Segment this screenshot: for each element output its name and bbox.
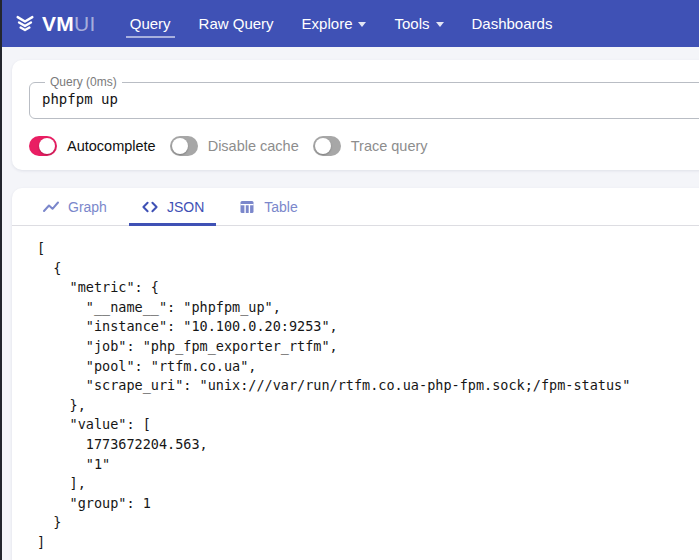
- nav-item-query[interactable]: Query: [122, 0, 179, 47]
- vmui-window: VMUI Query Raw Query Explore Tools Dashb…: [0, 0, 699, 560]
- tab-graph[interactable]: Graph: [30, 188, 119, 225]
- tab-label: Graph: [68, 199, 107, 215]
- query-panel: Query (0ms) Autocomplete Disable cache T…: [12, 60, 699, 170]
- disable-cache-toggle[interactable]: Disable cache: [170, 136, 299, 156]
- switch-off-icon: [313, 136, 341, 156]
- toggle-label: Trace query: [351, 138, 428, 154]
- chevron-down-icon: [436, 22, 444, 27]
- app-header: VMUI Query Raw Query Explore Tools Dashb…: [2, 0, 699, 47]
- vmui-logo[interactable]: VMUI: [14, 12, 96, 36]
- trace-query-toggle[interactable]: Trace query: [313, 136, 428, 156]
- nav-item-explore[interactable]: Explore: [294, 0, 375, 47]
- nav-item-label: Explore: [302, 15, 353, 32]
- autocomplete-toggle[interactable]: Autocomplete: [29, 136, 156, 156]
- nav-item-label: Raw Query: [199, 15, 274, 32]
- tab-label: Table: [264, 199, 297, 215]
- table-icon: [238, 198, 256, 216]
- results-tabbar: Graph JSON: [12, 188, 699, 226]
- victoriametrics-logo-icon: [14, 13, 36, 35]
- results-panel: Graph JSON: [12, 188, 699, 560]
- nav-item-label: Query: [130, 15, 171, 32]
- main-nav: Query Raw Query Explore Tools Dashboards: [116, 0, 567, 47]
- brand-text: VMUI: [42, 12, 96, 36]
- json-output: [ { "metric": { "__name__": "phpfpm_up",…: [12, 226, 699, 560]
- line-chart-icon: [42, 198, 60, 216]
- nav-item-tools[interactable]: Tools: [386, 0, 451, 47]
- toggle-label: Disable cache: [208, 138, 299, 154]
- tab-label: JSON: [167, 199, 204, 215]
- nav-item-dashboards[interactable]: Dashboards: [464, 0, 561, 47]
- tab-json[interactable]: JSON: [129, 188, 216, 225]
- code-icon: [141, 198, 159, 216]
- chevron-down-icon: [358, 22, 366, 27]
- query-field-label: Query (0ms): [45, 75, 122, 89]
- switch-on-icon: [29, 136, 57, 156]
- query-field: Query (0ms): [29, 75, 699, 119]
- nav-item-raw-query[interactable]: Raw Query: [191, 0, 282, 47]
- query-options: Autocomplete Disable cache Trace query: [29, 136, 699, 156]
- toggle-label: Autocomplete: [67, 138, 156, 154]
- switch-off-icon: [170, 136, 198, 156]
- query-input[interactable]: [42, 90, 699, 109]
- tab-table[interactable]: Table: [226, 188, 309, 225]
- nav-item-label: Tools: [394, 15, 429, 32]
- nav-item-label: Dashboards: [472, 15, 553, 32]
